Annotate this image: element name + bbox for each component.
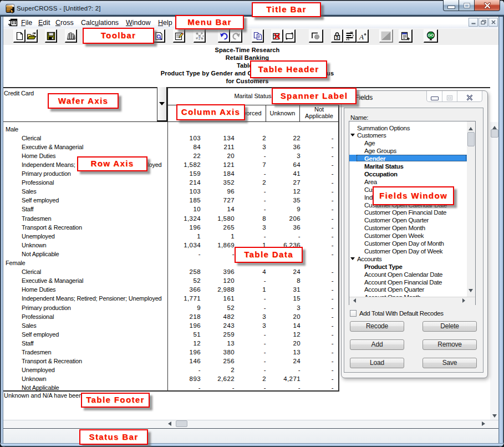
svg-text:A: A (359, 32, 364, 40)
svg-text:5: 5 (336, 35, 338, 39)
svg-text:GO: GO (427, 33, 434, 38)
